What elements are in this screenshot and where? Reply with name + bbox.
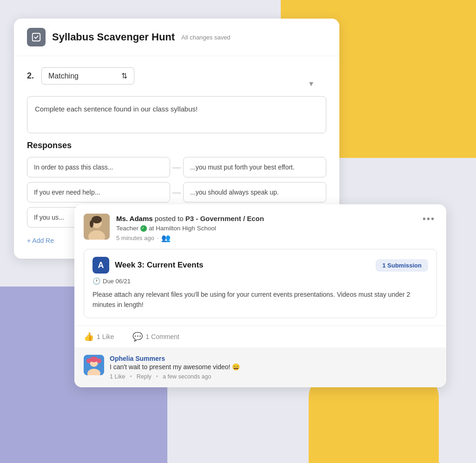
assignment-header: A Week 3: Current Events 1 Submission — [93, 257, 428, 274]
comment-timestamp: a few seconds ago — [163, 373, 211, 380]
like-count: 1 Like — [97, 333, 114, 340]
like-button[interactable]: 👍 1 Like — [84, 332, 114, 342]
post-more-button[interactable]: ••• — [421, 214, 437, 224]
post-school: at Hamilton High School — [149, 225, 216, 232]
teacher-avatar — [84, 214, 110, 240]
timestamp-text: 5 minutes ago — [116, 235, 154, 241]
separator-dot: · — [157, 235, 159, 241]
comment-actions: 1 Like • Reply • a few seconds ago — [110, 373, 437, 380]
question-text: Complete each sentence found in our clas… — [35, 105, 198, 113]
question-type-label: Matching — [48, 72, 79, 80]
select-arrows-icon: ⇅ — [121, 72, 127, 80]
svg-point-11 — [97, 359, 101, 363]
post-timestamp: 5 minutes ago · 👥 — [116, 234, 421, 242]
post-class-name: P3 - Government / Econ — [185, 215, 264, 222]
response-dash-2: — — [170, 188, 183, 197]
comment-button[interactable]: 💬 1 Comment — [132, 332, 179, 342]
responses-label: Responses — [27, 141, 326, 150]
svg-rect-0 — [33, 33, 40, 41]
saved-status: All changes saved — [181, 34, 231, 41]
assignment-title: Week 3: Current Events — [115, 261, 204, 270]
response-right-1[interactable]: ...you must put forth your best effort. — [183, 157, 326, 177]
post-author-name: Ms. Adams — [116, 215, 153, 222]
comment-reply-button[interactable]: Reply — [137, 373, 152, 380]
question-number: 2. — [27, 67, 34, 81]
svg-point-10 — [86, 359, 91, 363]
assignment-icon-letter: A — [98, 261, 104, 270]
submission-badge[interactable]: 1 Submission — [376, 259, 428, 272]
audience-icon: 👥 — [161, 234, 171, 242]
assignment-description: Please attach any relevant files you'll … — [93, 289, 428, 310]
question-text-area[interactable]: Complete each sentence found in our clas… — [27, 96, 326, 133]
comment-row: Ophelia Summers I can't wait to present … — [84, 355, 437, 380]
chevron-down-icon: ▾ — [309, 67, 326, 89]
question-row: 2. Matching ⇅ ▾ — [14, 56, 339, 89]
response-row-2: If you ever need help... — ...you should… — [27, 182, 326, 202]
assignment-title-row: A Week 3: Current Events — [93, 257, 204, 274]
comment-section: Ophelia Summers I can't wait to present … — [74, 347, 446, 387]
question-type-select[interactable]: Matching ⇅ — [41, 67, 134, 85]
comment-text: I can't wait to present my awesome video… — [110, 363, 437, 371]
quiz-header: Syllabus Scavenger Hunt All changes save… — [14, 19, 339, 56]
commenter-avatar — [84, 355, 104, 375]
post-subtitle: Teacher at Hamilton High School — [116, 225, 421, 232]
comment-author[interactable]: Ophelia Summers — [110, 355, 437, 362]
social-card: Ms. Adams posted to P3 - Government / Ec… — [74, 204, 446, 387]
verified-badge-icon — [140, 225, 147, 232]
like-icon: 👍 — [84, 332, 94, 342]
quiz-icon — [27, 28, 46, 46]
response-dash-1: — — [170, 163, 183, 172]
separator-dot-2: • — [156, 373, 158, 380]
due-date-text: Due 06/21 — [103, 278, 131, 285]
add-response-button[interactable]: + Add Re — [27, 237, 54, 244]
separator-dot-1: • — [130, 373, 132, 380]
post-author-line: Ms. Adams posted to P3 - Government / Ec… — [116, 214, 421, 223]
svg-point-5 — [90, 220, 93, 228]
comment-icon: 💬 — [132, 332, 143, 342]
assignment-block: A Week 3: Current Events 1 Submission 🕐 … — [84, 249, 437, 318]
response-row-1: In order to pass this class... — ...you … — [27, 157, 326, 177]
quiz-title: Syllabus Scavenger Hunt — [52, 31, 175, 43]
response-left-2[interactable]: If you ever need help... — [27, 182, 170, 202]
assignment-icon: A — [93, 257, 109, 274]
post-actions: 👍 1 Like 💬 1 Comment — [74, 326, 446, 347]
post-header: Ms. Adams posted to P3 - Government / Ec… — [74, 204, 446, 249]
clock-icon: 🕐 — [93, 277, 100, 285]
comment-count: 1 Comment — [145, 333, 179, 340]
response-left-1[interactable]: In order to pass this class... — [27, 157, 170, 177]
comment-content: Ophelia Summers I can't wait to present … — [110, 355, 437, 380]
post-meta: Ms. Adams posted to P3 - Government / Ec… — [116, 214, 421, 242]
post-role: Teacher — [116, 225, 139, 232]
response-right-2[interactable]: ...you should always speak up. — [183, 182, 326, 202]
comment-like-count[interactable]: 1 Like — [110, 373, 125, 380]
due-date: 🕐 Due 06/21 — [93, 277, 428, 285]
posted-to-text: posted to — [155, 215, 184, 222]
